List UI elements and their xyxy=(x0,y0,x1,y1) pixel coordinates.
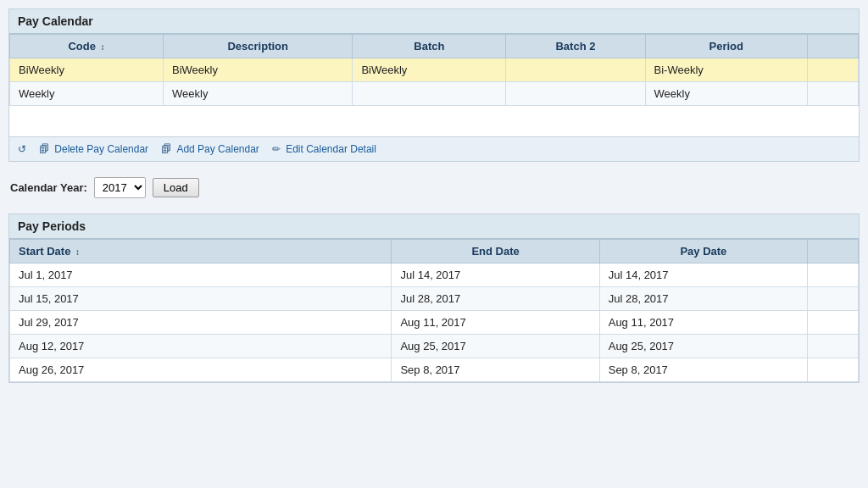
cell-start: Aug 26, 2017 xyxy=(10,358,392,382)
start-sort-icon: ↕ xyxy=(75,247,80,257)
cell-pay: Aug 11, 2017 xyxy=(599,311,807,335)
load-button[interactable]: Load xyxy=(153,178,199,197)
cell-code: Weekly xyxy=(10,82,164,106)
col-period: Period xyxy=(645,35,807,58)
pay-calendar-table: Code ↕ Description Batch Batch 2 Period … xyxy=(9,34,859,136)
cell-pay: Aug 25, 2017 xyxy=(599,335,807,358)
edit-calendar-detail-link[interactable]: Edit Calendar Detail xyxy=(286,143,376,155)
table-row[interactable]: BiWeeklyBiWeeklyBiWeeklyBi-Weekly xyxy=(10,58,859,82)
cell-extra xyxy=(808,82,859,106)
calendar-year-select[interactable]: 20152016201720182019 xyxy=(94,177,146,198)
cell-extra xyxy=(808,335,859,358)
col-start-date[interactable]: Start Date ↕ xyxy=(10,240,392,263)
pay-calendar-title: Pay Calendar xyxy=(9,9,859,34)
cell-start: Aug 12, 2017 xyxy=(10,335,392,358)
cell-batch2 xyxy=(506,82,645,106)
pay-calendar-section: Pay Calendar Code ↕ Description Batch Ba… xyxy=(8,8,860,162)
delete-pay-calendar-link[interactable]: Delete Pay Calendar xyxy=(54,143,148,155)
cell-start: Jul 29, 2017 xyxy=(10,311,392,335)
cell-end: Jul 14, 2017 xyxy=(392,263,599,287)
cell-end: Aug 11, 2017 xyxy=(392,311,599,335)
table-row[interactable]: WeeklyWeeklyWeekly xyxy=(10,82,859,106)
sep1 xyxy=(153,143,156,155)
pay-calendar-toolbar: ↺ 🗐 Delete Pay Calendar 🗐 Add Pay Calend… xyxy=(9,136,859,161)
cell-extra xyxy=(808,358,859,382)
toolbar-spacer xyxy=(31,143,34,155)
table-row[interactable]: Aug 12, 2017Aug 25, 2017Aug 25, 2017 xyxy=(10,335,859,358)
cell-end: Aug 25, 2017 xyxy=(392,335,599,358)
cell-extra xyxy=(808,58,859,82)
refresh-icon[interactable]: ↺ xyxy=(18,143,26,155)
cell-end: Jul 28, 2017 xyxy=(392,287,599,311)
spacer-row xyxy=(10,116,859,126)
spacer-row xyxy=(10,106,859,117)
sort-icon: ↕ xyxy=(101,42,105,52)
table-row[interactable]: Jul 29, 2017Aug 11, 2017Aug 11, 2017 xyxy=(10,311,859,335)
cell-batch2 xyxy=(506,58,645,82)
add-icon: 🗐 xyxy=(161,143,171,155)
col-code[interactable]: Code ↕ xyxy=(10,35,164,58)
col-extra2 xyxy=(808,240,859,263)
table-row[interactable]: Jul 15, 2017Jul 28, 2017Jul 28, 2017 xyxy=(10,287,859,311)
edit-icon: ✏ xyxy=(272,143,281,155)
cell-pay: Sep 8, 2017 xyxy=(599,358,807,382)
cell-period: Weekly xyxy=(645,82,807,106)
col-description: Description xyxy=(164,35,353,58)
pay-periods-section: Pay Periods Start Date ↕ End Date Pay Da… xyxy=(8,214,860,383)
col-batch: Batch xyxy=(353,35,506,58)
col-pay-date: Pay Date xyxy=(599,240,807,263)
cell-code: BiWeekly xyxy=(10,58,164,82)
pay-periods-title: Pay Periods xyxy=(9,214,859,239)
pay-periods-table: Start Date ↕ End Date Pay Date Jul 1, 20… xyxy=(9,239,859,382)
cell-batch xyxy=(353,82,506,106)
cell-extra xyxy=(808,287,859,311)
cell-batch: BiWeekly xyxy=(353,58,506,82)
col-end-date: End Date xyxy=(392,240,599,263)
cell-extra xyxy=(808,263,859,287)
delete-icon: 🗐 xyxy=(39,143,49,155)
cell-description: Weekly xyxy=(164,82,353,106)
table-row[interactable]: Aug 26, 2017Sep 8, 2017Sep 8, 2017 xyxy=(10,358,859,382)
spacer-row xyxy=(10,126,859,136)
col-extra xyxy=(808,35,859,58)
cell-period: Bi-Weekly xyxy=(645,58,807,82)
add-pay-calendar-link[interactable]: Add Pay Calendar xyxy=(176,143,259,155)
col-batch2: Batch 2 xyxy=(506,35,645,58)
cell-start: Jul 1, 2017 xyxy=(10,263,392,287)
cell-description: BiWeekly xyxy=(164,58,353,82)
calendar-year-label: Calendar Year: xyxy=(10,181,87,194)
cell-pay: Jul 14, 2017 xyxy=(599,263,807,287)
cell-start: Jul 15, 2017 xyxy=(10,287,392,311)
table-row[interactable]: Jul 1, 2017Jul 14, 2017Jul 14, 2017 xyxy=(10,263,859,287)
calendar-year-row: Calendar Year: 20152016201720182019 Load xyxy=(8,174,860,202)
cell-extra xyxy=(808,311,859,335)
sep2 xyxy=(264,143,267,155)
cell-end: Sep 8, 2017 xyxy=(392,358,599,382)
cell-pay: Jul 28, 2017 xyxy=(599,287,807,311)
